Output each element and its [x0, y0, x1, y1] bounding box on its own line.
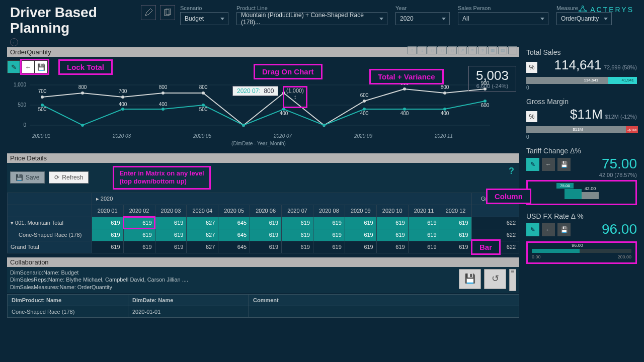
tb-trend-icon[interactable]: ↗ — [458, 46, 467, 54]
svg-text:500: 500 — [199, 107, 208, 112]
fx-arrow-button[interactable]: ← — [542, 223, 555, 236]
tb-grid-icon[interactable]: ▦ — [488, 46, 497, 54]
kpi-tariff: Tariff Change Δ% ✎ ← 💾 75.00 42.00 (78.5… — [526, 146, 637, 205]
annot-matrix-entry: Enter in Matrix on any level(top down/bo… — [113, 166, 210, 190]
svg-point-11 — [41, 96, 44, 99]
svg-point-20 — [403, 87, 406, 90]
page-title: Driver Based Planning — [10, 5, 141, 36]
tb-bar1-icon[interactable]: ▯ — [428, 46, 437, 54]
total-sales-title: Total Sales — [526, 47, 637, 57]
edit-icon[interactable] — [141, 5, 156, 20]
svg-text:400: 400 — [360, 111, 369, 116]
svg-text:2020 05: 2020 05 — [193, 133, 212, 139]
svg-text:800: 800 — [199, 84, 208, 90]
svg-text:(DimDate - Year_Month): (DimDate - Year_Month) — [231, 141, 286, 146]
tariff-sub: 42.00 (78.57%) — [599, 172, 637, 178]
collab-summary: DimScenario:Name: Budget DimSalesReps:Na… — [10, 269, 456, 292]
tb-export-icon[interactable]: ▤ — [498, 46, 507, 54]
filter-measure[interactable]: OrderQuantity — [556, 12, 612, 25]
chart-edit-button[interactable]: ✎ — [7, 60, 20, 73]
tariff-arrow-button[interactable]: ← — [542, 158, 555, 171]
annot-drag-on-chart: Drag On Chart — [254, 64, 323, 79]
filter-product[interactable]: Mountain (ProductLine) + Cone-Shaped Rac… — [236, 12, 387, 25]
svg-point-25 — [121, 108, 124, 111]
chart-save-button[interactable]: 💾 — [35, 60, 48, 73]
annot-lock-total: Lock Total — [58, 59, 113, 75]
annot-column: Column — [486, 189, 531, 204]
tariff-columns: 75.00 42.00 — [533, 189, 630, 200]
svg-text:1,000: 1,000 — [14, 82, 26, 87]
copy-icon[interactable] — [160, 5, 175, 20]
filter-year[interactable]: 2020 — [395, 12, 450, 25]
help-icon[interactable]: ? — [509, 166, 514, 176]
tariff-value: 75.00 — [599, 156, 637, 172]
gross-margin-title: Gross Margin — [526, 97, 637, 107]
svg-text:2020 07: 2020 07 — [273, 133, 292, 139]
tariff-title: Tariff Change Δ% — [526, 146, 637, 156]
chart-arrow-button[interactable]: ← — [22, 60, 35, 73]
svg-text:400: 400 — [400, 111, 409, 116]
svg-text:800: 800 — [159, 84, 168, 90]
svg-point-0 — [582, 6, 584, 8]
collab-panel: Collaboration DimScenario:Name: Budget D… — [7, 257, 519, 318]
fx-edit-button[interactable]: ✎ — [526, 223, 539, 236]
svg-point-24 — [81, 124, 84, 127]
svg-text:2020 09: 2020 09 — [354, 133, 373, 139]
svg-text:400: 400 — [159, 102, 168, 107]
price-matrix[interactable]: ▸ 2020Grand Total 2020 012020 022020 032… — [7, 193, 519, 253]
svg-text:800: 800 — [78, 84, 87, 90]
title-line1: Driver Based — [10, 5, 141, 21]
gross-margin-value: $11M — [570, 107, 603, 122]
svg-text:500: 500 — [18, 102, 26, 108]
tb-filter-icon[interactable]: ▿ — [478, 46, 487, 54]
save-button[interactable]: 💾 Save — [10, 171, 45, 184]
svg-text:400: 400 — [280, 111, 288, 116]
title-line2: Planning — [10, 21, 141, 36]
back-button[interactable]: ← — [10, 38, 18, 46]
tb-bar3-icon[interactable]: ▯ — [448, 46, 457, 54]
refresh-button[interactable]: ⟳ Refresh — [49, 171, 89, 184]
svg-point-28 — [242, 124, 245, 127]
collab-table[interactable]: DimProduct: NameDimDate: NameComment Con… — [7, 294, 519, 318]
header: Driver Based Planning Scenario Budget Pr… — [0, 0, 644, 36]
svg-text:400: 400 — [441, 111, 449, 116]
gross-margin-bar: $11M -$1M — [526, 126, 637, 133]
svg-point-21 — [443, 92, 446, 95]
svg-text:500: 500 — [38, 107, 47, 112]
order-qty-panel: OrderQuantity ↑ ↓ ▯ ▯ ▯ ↗ ≡ ▿ ▦ ▤ ⋯ ✎ ← … — [7, 47, 519, 150]
total-sales-sub: 72,699 (58%) — [604, 64, 637, 70]
svg-point-26 — [162, 108, 165, 111]
tb-more-icon[interactable]: ⋯ — [508, 46, 517, 54]
filter-salesperson[interactable]: All — [458, 12, 548, 25]
tb-bar2-icon[interactable]: ▯ — [438, 46, 447, 54]
collab-scrollbar[interactable] — [509, 269, 516, 292]
tb-sort-icon[interactable]: ≡ — [468, 46, 477, 54]
collab-undo-button[interactable]: ↺ — [484, 269, 506, 289]
tariff-save-button[interactable]: 💾 — [557, 158, 571, 171]
fx-value: 96.00 — [602, 221, 637, 237]
collab-save-button[interactable]: 💾 — [459, 269, 481, 289]
total-sales-value: 114,641 — [554, 57, 602, 72]
svg-text:400: 400 — [119, 102, 127, 107]
svg-text:600: 600 — [481, 103, 490, 108]
fx-save-button[interactable]: 💾 — [557, 223, 571, 236]
svg-text:700: 700 — [119, 88, 127, 94]
collab-title: Collaboration — [7, 257, 519, 267]
kpi-gross-margin: Gross Margin % $11M $12M (-12%) $11M -$1… — [526, 97, 637, 140]
filter-scenario[interactable]: Budget — [180, 12, 228, 25]
pct-toggle[interactable]: % — [526, 62, 537, 73]
price-title: Price Details — [7, 153, 519, 163]
fx-title: USD FX Rate Δ % — [526, 211, 637, 221]
annot-drag-point: (1,000) ↕ — [283, 86, 307, 108]
order-qty-total: 5,003 6,600 (-24%) — [468, 66, 516, 92]
svg-text:2020 01: 2020 01 — [32, 133, 50, 139]
price-details-panel: Price Details 💾 Save ⟳ Refresh Enter in … — [7, 153, 519, 253]
svg-point-30 — [323, 124, 326, 127]
filter-scenario-label: Scenario — [180, 5, 228, 11]
pct-toggle-gm[interactable]: % — [526, 111, 537, 122]
tariff-edit-button[interactable]: ✎ — [526, 158, 539, 171]
tb-down-icon[interactable]: ↓ — [418, 46, 427, 54]
tb-up-icon[interactable]: ↑ — [408, 46, 417, 54]
svg-point-12 — [81, 92, 84, 95]
svg-point-15 — [202, 92, 205, 95]
